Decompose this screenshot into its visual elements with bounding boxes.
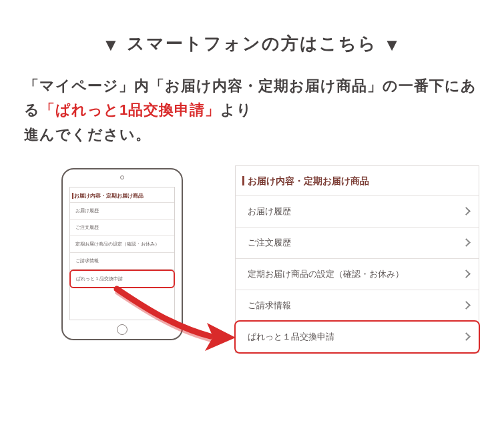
tablet-camera-icon: [120, 175, 124, 179]
tablet-menu-item: ぱれっと１品交換申請: [69, 270, 175, 288]
menu-item-label: 定期お届け商品の設定（確認・お休み）: [248, 268, 404, 280]
tablet-menu-item: ご請求情報: [70, 253, 174, 270]
large-section-title: お届け内容・定期お届け商品: [236, 166, 479, 195]
instruction-part2: より: [220, 101, 252, 118]
chevron-right-icon: [462, 270, 471, 279]
tablet-screen: お届け内容・定期お届け商品 お届け履歴ご注文履歴定期お届け商品の設定（確認・お休…: [69, 187, 175, 320]
menu-item-label: お届け履歴: [248, 205, 291, 218]
instruction-text: 「マイページ」内「お届け内容・定期お届け商品」の一番下にある「ぱれっと1品交換申…: [24, 74, 480, 147]
tablet-menu-item: ご注文履歴: [70, 220, 174, 236]
menu-item[interactable]: お届け履歴: [236, 195, 479, 227]
menu-item[interactable]: ご注文履歴: [236, 227, 479, 258]
figure-area: お届け内容・定期お届け商品 お届け履歴ご注文履歴定期お届け商品の設定（確認・お休…: [0, 165, 504, 366]
tablet-home-button-icon: [117, 324, 128, 335]
chevron-right-icon: [462, 333, 471, 342]
instruction-part3: 進んでください。: [24, 126, 151, 143]
heading-text: スマートフォンの方はこちら: [127, 33, 377, 53]
chevron-right-icon: [462, 302, 471, 310]
tablet-menu-item: お届け履歴: [70, 203, 174, 220]
instruction-highlight: 「ぱれっと1品交換申請」: [40, 101, 220, 118]
large-menu: お届け内容・定期お届け商品 お届け履歴ご注文履歴定期お届け商品の設定（確認・お休…: [235, 165, 479, 353]
menu-item[interactable]: ご請求情報: [236, 290, 479, 321]
page-heading: ▼ スマートフォンの方はこちら ▼: [0, 32, 504, 55]
chevron-right-icon: [462, 207, 471, 216]
svg-marker-0: [205, 323, 236, 351]
menu-item-label: ご請求情報: [248, 300, 291, 312]
tablet-section-title: お届け内容・定期お届け商品: [70, 187, 174, 203]
chevron-right-icon: [462, 239, 471, 248]
menu-item-label: ぱれっと１品交換申請: [248, 331, 334, 343]
tablet-menu-item: 定期お届け商品の設定（確認・お休み）: [70, 236, 174, 253]
menu-item-label: ご注文履歴: [248, 237, 291, 249]
triangle-down-icon: ▼: [102, 35, 121, 55]
triangle-down-icon: ▼: [383, 35, 402, 55]
tablet-mock: お届け内容・定期お届け商品 お届け履歴ご注文履歴定期お届け商品の設定（確認・お休…: [61, 168, 183, 340]
menu-item-exchange-request[interactable]: ぱれっと１品交換申請: [234, 320, 480, 354]
menu-item[interactable]: 定期お届け商品の設定（確認・お休み）: [236, 258, 479, 290]
